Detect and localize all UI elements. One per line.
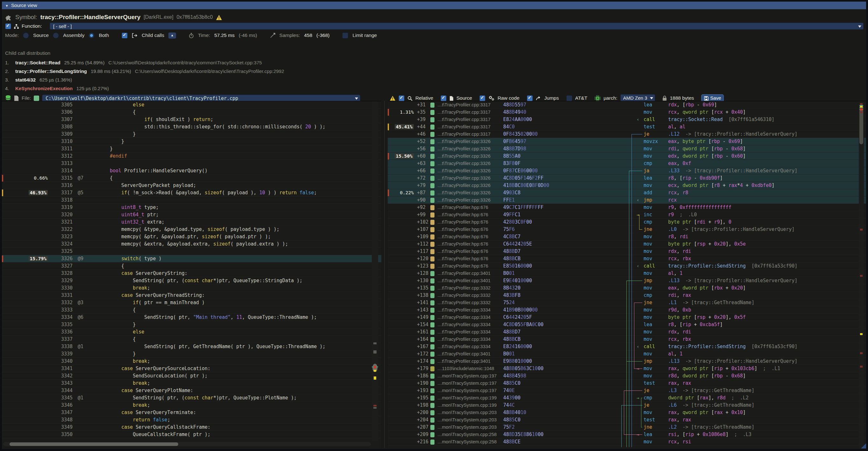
asm-row[interactable]: +52…t\TracyProfiler.cpp:33260FB64597movz…: [388, 138, 866, 145]
source-line[interactable]: 3306 {: [2, 109, 381, 116]
source-line[interactable]: 3311}: [2, 145, 381, 153]
source-line[interactable]: 15.79%3326@9 switch( type ): [2, 255, 381, 263]
radio-both[interactable]: [89, 32, 95, 38]
function-checkbox[interactable]: [5, 23, 11, 29]
source-line[interactable]: 3309 }: [2, 130, 381, 138]
asm-row[interactable]: +207…mon\TracySystem.cpp:20375F2jne.L2 -…: [388, 424, 866, 431]
source-line[interactable]: 3336 else: [2, 328, 381, 336]
asm-row[interactable]: +107…t\TracyProfiler.hpp:67675F6jne.L0 -…: [388, 226, 866, 233]
asm-row[interactable]: +31…t\TracyProfiler.cpp:3317488D5597lear…: [388, 101, 866, 109]
child-call-item[interactable]: 3.stat64i32625 µs (1.36%): [5, 76, 72, 84]
source-line[interactable]: 3341 case ServerQuerySourceLocation:: [2, 365, 381, 372]
asm-row[interactable]: +198…mon\TracySystem.cpp:199744Cje.L6 ->…: [388, 402, 866, 409]
asm-row[interactable]: +149…t\TracyProfiler.cpp:3334C64424205Fm…: [388, 314, 866, 321]
asm-row[interactable]: +204…mon\TracySystem.cpp:2034885C0testra…: [388, 416, 866, 424]
asm-row[interactable]: +143…t\TracyProfiler.cpp:333441B90B00000…: [388, 306, 866, 314]
asm-row[interactable]: 1.31%+35…t\TracyProfiler.cpp:3317488B494…: [388, 109, 866, 116]
source-line[interactable]: 3331 case ServerQueryThreadString:: [2, 292, 381, 299]
asm-row[interactable]: +112…t\TracyProfiler.hpp:676C64424205Emo…: [388, 240, 866, 248]
asm-row[interactable]: +164…t\TracyProfiler.cpp:3334488BCBmovrc…: [388, 336, 866, 343]
asm-row[interactable]: +209…mon\TracySystem.cpp:258488D35E88610…: [388, 431, 866, 438]
radio-assembly[interactable]: [53, 32, 59, 38]
asm-row[interactable]: +46…t\TracyProfiler.cpp:33170F8435020000…: [388, 130, 866, 138]
source-line[interactable]: 3320 uint64_t ptr;: [2, 211, 381, 218]
raw-code-checkbox[interactable]: [479, 95, 486, 101]
source-line[interactable]: 3308 std::this_thread::sleep_for( std::c…: [2, 123, 381, 130]
child-call-item[interactable]: 4.KeSynchronizeExecution125 µs (0.27%): [5, 84, 109, 93]
source-line[interactable]: 3334@6 SendString( ptr, "Main thread", 1…: [2, 314, 381, 321]
asm-row[interactable]: +92…t\TracyProfiler.hpp:67649C7C1FFFFFFF…: [388, 204, 866, 211]
asm-row[interactable]: +179…1103\include\atomic:1048488B05B63C1…: [388, 365, 866, 372]
source-line[interactable]: 3337 {: [2, 336, 381, 343]
source-line[interactable]: 3345@1 SendString( ptr, (const char*)ptr…: [2, 394, 381, 402]
file-select[interactable]: C:\Users\wolf\Desktop\darkrl\contrib\tra…: [42, 95, 360, 101]
asm-row[interactable]: +90…t\TracyProfiler.cpp:3326FFE1‹jmprcx: [388, 197, 866, 204]
source-vertical-scrollbar[interactable]: [372, 101, 378, 441]
window-titlebar[interactable]: ▼Source view: [2, 2, 866, 9]
source-line[interactable]: 0.66%3315@7{: [2, 175, 381, 182]
asm-row[interactable]: +130…t\TracyProfiler.cpp:3401E9E4010000j…: [388, 277, 866, 284]
asm-row[interactable]: +120…t\TracyProfiler.hpp:676488BCBmovrcx…: [388, 255, 866, 263]
source-line[interactable]: 3340 break;: [2, 358, 381, 365]
radio-source[interactable]: [23, 32, 29, 38]
asm-row[interactable]: +63…t\TracyProfiler.cpp:332683F80Fcmpeax…: [388, 160, 866, 167]
resize-handle[interactable]: [861, 443, 866, 448]
asm-row[interactable]: 0.22%+87…t\TracyProfiler.cpp:33264903C8a…: [388, 189, 866, 197]
asm-row[interactable]: +195…mon\TracySystem.cpp:199443900→cmpdw…: [388, 394, 866, 402]
source-line[interactable]: 3323 memcpy( &ptr, &payload.ptr, sizeof(…: [2, 233, 381, 240]
collapse-child-calls-button[interactable]: ▲: [168, 32, 176, 38]
source-line[interactable]: 3312#endif: [2, 153, 381, 160]
asm-row[interactable]: +128…t\TracyProfiler.cpp:3401B001moval, …: [388, 270, 866, 277]
source-line[interactable]: 3338@1 SendString( ptr, GetThreadName( p…: [2, 343, 381, 350]
source-line[interactable]: 3305 else: [2, 101, 381, 109]
asm-row[interactable]: +141…t\TracyProfiler.cpp:33327524jne.L1 …: [388, 299, 866, 306]
source-line[interactable]: 3347 case ServerQueryTerminate:: [2, 409, 381, 416]
att-checkbox[interactable]: [566, 95, 572, 101]
source-line[interactable]: 3322 memcpy( &type, &payload.type, sizeo…: [2, 226, 381, 233]
asm-row[interactable]: +99…t\TracyProfiler.hpp:67649FFC1→incr9 …: [388, 211, 866, 218]
function-select[interactable]: [ - self - ]: [50, 23, 864, 30]
child-call-item[interactable]: 2.tracy::Profiler::SendLongString19.88 m…: [5, 67, 284, 76]
limit-range-checkbox[interactable]: [342, 32, 348, 38]
source-line[interactable]: 3342 SendSourceLocation( ptr );: [2, 372, 381, 380]
asm-row[interactable]: +79…t\TracyProfiler.cpp:3326418B8C80E0BF…: [388, 182, 866, 189]
jumps-checkbox[interactable]: [527, 95, 533, 101]
source-checkbox[interactable]: [440, 95, 446, 101]
relative-checkbox[interactable]: [399, 95, 405, 101]
collapse-triangle-icon[interactable]: ▼: [5, 4, 9, 8]
asm-row[interactable]: +138…t\TracyProfiler.cpp:3332483BF8cmprd…: [388, 292, 866, 299]
source-line[interactable]: 3316 ServerQueryPacket payload;: [2, 182, 381, 189]
source-line[interactable]: 3310 }: [2, 138, 381, 145]
asm-row[interactable]: +102…t\TracyProfiler.hpp:67642803C0F00cm…: [388, 218, 866, 226]
source-line[interactable]: 3335 }: [2, 321, 381, 328]
asm-row[interactable]: +167…t\TracyProfiler.cpp:3334E824160000‹…: [388, 343, 866, 350]
source-line[interactable]: 3314bool Profiler::HandleServerQuery(): [2, 167, 381, 175]
asm-row[interactable]: +174…t\TracyProfiler.cpp:3401E9B8010000j…: [388, 358, 866, 365]
asm-row[interactable]: +216…mon\TracySystem.cpp:258488BCEmovrcx…: [388, 438, 866, 446]
source-line[interactable]: 3333 {: [2, 306, 381, 314]
asm-row[interactable]: +186…mon\TracySystem.cpp:197448B4598movr…: [388, 372, 866, 380]
source-line[interactable]: 3307 if( shouldExit ) return;: [2, 116, 381, 123]
asm-row[interactable]: +193…mon\TracySystem.cpp:197740Eje.L3 ->…: [388, 387, 866, 394]
asm-row[interactable]: +66…t\TracyProfiler.cpp:33260F87CE060000…: [388, 167, 866, 175]
asm-row[interactable]: 45.41%+44…t\TracyProfiler.cpp:331784C0te…: [388, 123, 866, 130]
asm-row[interactable]: +117…t\TracyProfiler.hpp:676488BD7movrdx…: [388, 248, 866, 255]
source-line[interactable]: 3346 break;: [2, 402, 381, 409]
asm-row[interactable]: +200…mon\TracySystem.cpp:203488B4010movr…: [388, 409, 866, 416]
source-line[interactable]: 3313: [2, 160, 381, 167]
source-line[interactable]: 3321 uint32_t extra;: [2, 218, 381, 226]
source-line[interactable]: 3330 break;: [2, 284, 381, 292]
source-line[interactable]: 3344 case ServerQueryPlotName:: [2, 387, 381, 394]
source-line[interactable]: 3332@3 if( ptr == m_mainThread ): [2, 299, 381, 306]
asm-row[interactable]: +56…t\TracyProfiler.cpp:3326488B7D98movr…: [388, 145, 866, 153]
source-line[interactable]: 3327 {: [2, 263, 381, 270]
source-line[interactable]: 3319 uint8_t type;: [2, 204, 381, 211]
scrollbar-thumb[interactable]: [9, 442, 178, 446]
child-call-item[interactable]: 1.tracy::Socket::Read25.25 ms (54.89%)C:…: [5, 58, 262, 67]
source-line[interactable]: 3348 return false;: [2, 416, 381, 424]
source-line[interactable]: 3328 case ServerQueryString:: [2, 270, 381, 277]
asm-row[interactable]: +135…t\TracyProfiler.cpp:33328B4320movea…: [388, 284, 866, 292]
source-line[interactable]: 3349 case ServerQueryCallstackFrame:: [2, 424, 381, 431]
asm-row[interactable]: +154…t\TracyProfiler.cpp:33344C8D055FBA0…: [388, 321, 866, 328]
asm-row[interactable]: 15.50%+60…t\TracyProfiler.cpp:33268B55A0…: [388, 153, 866, 160]
